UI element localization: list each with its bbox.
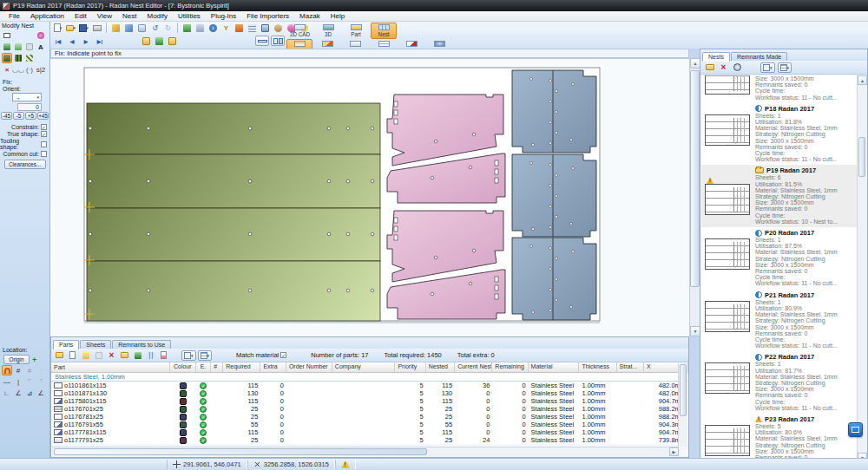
screen-share-overlay-icon[interactable] [848,422,863,437]
snap-mid-tool[interactable]: ⌝ [36,376,46,387]
col-strategy[interactable]: Strat... [617,362,644,372]
text-tool[interactable]: A [36,42,46,52]
tab-sheets[interactable]: Sheets [80,340,111,349]
sheet-up-icon[interactable] [154,36,165,46]
nest-entry-partial[interactable]: Size: 3000 x 1500mm Remnants saved: 0 Cy… [701,75,858,103]
delete-tool[interactable]: × [2,64,12,75]
origin-button[interactable]: Origin [3,355,30,364]
rotate-plus-5-button[interactable]: +5 [25,112,36,120]
open-icon[interactable]: ▾ [65,23,76,33]
orient-combo[interactable]: → ▾ [12,93,42,101]
snap-horizontal-tool[interactable]: — [2,376,12,387]
menu-help[interactable]: Help [326,12,350,20]
tooling-shape-checkbox[interactable] [41,141,47,147]
flag-icon[interactable] [233,23,245,33]
table-icon[interactable] [260,23,271,33]
tab-parts[interactable]: Parts [53,340,79,349]
btn-nest[interactable]: Nest [371,23,397,39]
menu-plugins[interactable]: Plug-Ins [206,12,241,20]
btn-3d[interactable]: 3D [315,23,341,39]
table-row[interactable]: o1101861x115 1150 5115 360 Stainless Ste… [51,382,688,389]
nest-canvas[interactable] [50,58,689,336]
snap-angle-right-tool[interactable]: ⊿ [24,388,35,398]
col-material[interactable]: Material [529,362,580,372]
undo-icon[interactable]: ↺ [149,23,161,33]
table-row[interactable]: o1101871x130 1300 5130 00 Stainless Stee… [51,389,688,397]
snap-angle-l-tool[interactable]: ∟ [2,388,12,398]
flower-tool[interactable] [36,30,46,41]
new-folder-icon[interactable] [119,350,130,361]
tab-nests[interactable]: Nests [702,52,730,62]
table-row[interactable]: o1176701x25 250 525 00 Stainless Steel1.… [51,405,688,413]
menu-file-importers[interactable]: File Importers [241,12,294,20]
table-row[interactable]: o1177791x25 250 525 240 Stainless Steel1… [51,436,688,444]
table-row[interactable]: o1175801x115 1150 5115 00 Stainless Stee… [51,397,688,405]
snap-angle-measure-tool[interactable]: ∠ [36,388,46,398]
true-shape-checkbox[interactable] [41,131,47,137]
nest-entry-p23[interactable]: P23 Radan 2017 Sheets: 5 Utilisation: 80… [701,414,858,462]
edit-icon[interactable] [110,23,122,33]
col-colour[interactable]: Colour [170,362,196,372]
sheet-add-icon[interactable] [141,36,152,46]
sort-style-button[interactable]: ▾ [778,62,792,73]
scroll-up-arrow[interactable]: ▲ [858,75,867,85]
previous-nest-icon[interactable]: ◀ [66,36,78,46]
table-row[interactable]: o1176791x55 550 555 00 Stainless Steel1.… [51,421,688,428]
fix-tool[interactable] [2,53,12,63]
view-columns-button[interactable]: ▾ [181,350,196,361]
menu-modify[interactable]: Modify [141,12,173,20]
col-priority[interactable]: Priority [395,362,425,372]
scroll-thumb[interactable] [680,364,687,416]
common-cut-checkbox[interactable] [41,151,47,157]
snap-grid-major-tool[interactable]: # [24,365,35,375]
next-nest-icon[interactable]: ▶ [80,36,92,46]
nest-entry-p22[interactable]: P22 Radan 2017 Sheets: 1 Utilisation: 81… [701,351,858,414]
green-strip-parts[interactable] [87,103,380,321]
compass-icon[interactable] [732,62,743,73]
split-horizontal-icon[interactable] [255,36,269,46]
remove-part-icon[interactable]: × [106,350,117,361]
tab-remnants-made[interactable]: Remnants Made [731,52,787,61]
snap-corner-tool[interactable]: ⌜ [24,376,35,387]
move-part-tool[interactable] [2,42,12,52]
snap-grid-off-tool[interactable]: ⋮ [36,365,46,375]
col-required[interactable]: Required [223,362,260,372]
first-nest-icon[interactable]: |◀ [52,36,64,46]
rotate-minus-45-button[interactable]: -45 [1,112,12,120]
sheet-list-icon[interactable] [167,36,178,46]
blue-panel-2[interactable] [512,154,596,237]
clearances-button[interactable]: Clearances... [4,160,46,169]
col-e[interactable]: E. [196,362,212,372]
measure-icon[interactable] [181,23,193,33]
paste-part-icon[interactable] [93,350,104,361]
blue-panel-3[interactable] [512,238,596,320]
col-company[interactable]: Company [332,362,396,372]
table-row[interactable]: o1177781x115 1150 5115 00 Stainless Stee… [51,428,688,436]
col-hash[interactable]: # [211,362,223,372]
new-icon[interactable]: ▾ [52,23,63,33]
replace-icon[interactable] [136,23,148,33]
col-part[interactable]: Part [51,362,170,372]
origin-add-icon[interactable]: + [32,356,36,364]
col-nested[interactable]: Nested [426,362,455,372]
btn-part[interactable]: Part [343,23,369,39]
menu-view[interactable]: View [92,12,117,20]
rotate-plus-45-button[interactable]: +45 [37,112,49,120]
ghost-tool[interactable] [24,42,35,52]
menu-file[interactable]: File [3,12,25,20]
lasso-tool[interactable]: ◡◡ [13,64,23,75]
group-by-button[interactable]: ▾ [198,350,213,361]
part-cube-icon[interactable] [132,350,143,361]
report-icon[interactable] [158,350,169,361]
scroll-thumb[interactable] [858,137,865,177]
last-nest-icon[interactable]: ▶| [94,36,106,46]
nest-drawing[interactable] [50,59,689,337]
add-part-icon[interactable] [54,350,65,361]
snap-vertical-tool[interactable]: | [13,376,23,387]
node-icon[interactable] [194,23,206,33]
match-material-checkbox[interactable] [280,352,286,358]
menu-mazak[interactable]: Mazak [294,12,326,20]
delete-nest-icon[interactable]: × [718,62,729,73]
menu-nest[interactable]: Nest [117,12,141,20]
save-icon[interactable]: ▾ [78,23,89,33]
